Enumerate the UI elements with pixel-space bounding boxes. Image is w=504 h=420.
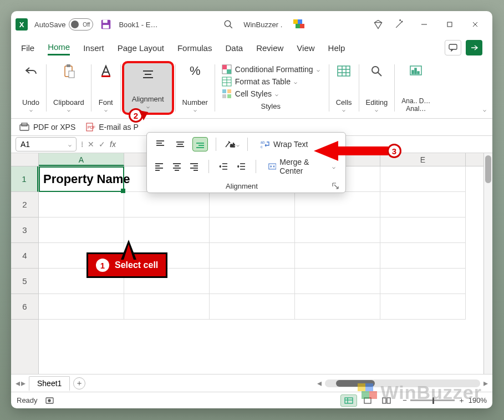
group-undo[interactable]: Undo ⌵ [17,61,45,115]
sheet-tabs: ◂▸ Sheet1 ＋ ◂ ▸ [11,374,492,392]
diamond-icon[interactable] [373,19,384,30]
tab-file[interactable]: File [21,41,34,55]
svg-rect-46 [418,72,419,74]
tab-page-layout[interactable]: Page Layout [118,41,164,55]
fill-handle[interactable] [121,189,125,193]
sheet-tab-1[interactable]: Sheet1 [29,376,70,391]
select-all-corner[interactable] [11,153,39,166]
hscroll-left-icon[interactable]: ◂ [317,378,322,388]
vertical-scrollbar[interactable] [483,166,492,374]
group-alignment[interactable]: Alignment ⌵ [122,61,174,115]
tab-review[interactable]: Review [256,41,283,55]
align-bottom-button[interactable] [192,137,208,151]
chevron-down-icon[interactable]: ⌵ [68,141,72,148]
autosave-toggle[interactable]: AutoSave Off [34,18,93,31]
share-button[interactable] [466,40,482,55]
formula-accept-icon[interactable]: ✓ [99,140,105,149]
svg-text:c: c [261,145,263,149]
group-clipboard[interactable]: Clipboard ⌵ [48,61,90,115]
row-header-1[interactable]: 1 [11,166,38,192]
title-bar: X AutoSave Off Book1 - E… WinBuzzer . [11,11,492,38]
maximize-button[interactable] [437,13,462,36]
status-bar: Ready − ＋ 190% [11,392,492,408]
align-top-button[interactable] [152,137,168,151]
tab-formulas[interactable]: Formulas [177,41,212,55]
minimize-button[interactable] [411,13,437,36]
ribbon-tabs: File Home Insert Page Layout Formulas Da… [11,38,492,58]
active-cell[interactable]: Property Name [39,166,124,192]
svg-rect-33 [227,89,231,93]
svg-rect-8 [300,24,304,28]
page-break-view-button[interactable] [378,394,395,407]
group-font[interactable]: Font ⌵ [93,61,119,115]
wrap-text-button[interactable]: abc Wrap Text [256,138,313,150]
conditional-formatting-button[interactable]: Conditional Formatting⌵ [220,63,322,75]
tab-home[interactable]: Home [48,40,70,55]
search-icon[interactable] [223,19,233,29]
group-editing[interactable]: Editing ⌵ [360,61,394,115]
svg-text:ab: ab [261,140,265,144]
tab-insert[interactable]: Insert [83,41,104,55]
svg-rect-32 [222,89,226,93]
ribbon-expand-button[interactable]: ⌵ [479,104,490,115]
wand-icon[interactable] [394,19,405,30]
svg-rect-20 [69,71,74,78]
align-middle-button[interactable] [172,137,188,151]
row-header-3[interactable]: 3 [11,217,38,243]
align-right-button[interactable] [188,159,201,174]
dialog-launcher-icon[interactable] [331,181,340,190]
close-button[interactable] [462,13,488,36]
format-as-table-button[interactable]: Format as Table⌵ [220,75,299,88]
row-header-4[interactable]: 4 [11,243,38,269]
svg-rect-2 [103,25,109,28]
decrease-indent-button[interactable] [217,159,230,174]
row-header-6[interactable]: 6 [11,294,38,320]
svg-rect-89 [268,164,276,169]
zoom-percent[interactable]: 190% [469,396,487,404]
tab-data[interactable]: Data [225,41,243,55]
zoom-out-icon[interactable]: − [403,396,407,404]
macro-recording-icon[interactable] [45,396,55,405]
orientation-button[interactable]: ab⌵ [224,137,240,151]
comments-button[interactable] [445,40,461,55]
row-header-2[interactable]: 2 [11,192,38,217]
col-header-a[interactable]: A [39,153,124,166]
name-box[interactable]: A1 ⌵ [16,137,77,151]
formula-dropdown-icon[interactable]: ⁞ [81,140,83,149]
email-button[interactable]: PDF E-mail as P [85,122,139,132]
chevron-down-icon: ⌵ [375,107,378,113]
ribbon: Undo ⌵ Clipboard ⌵ Font ⌵ Alignment ⌵ % … [11,58,492,119]
tab-help[interactable]: Help [328,41,345,55]
svg-point-52 [48,399,50,402]
align-center-button[interactable] [170,159,184,174]
formula-controls: ⁞ ✕ ✓ fx [81,140,116,149]
group-cells[interactable]: Cells ⌵ [330,61,358,115]
formula-cancel-icon[interactable]: ✕ [88,140,94,149]
sheet-nav[interactable]: ◂▸ [16,378,26,388]
normal-view-button[interactable] [340,394,357,407]
increase-indent-button[interactable] [235,159,248,174]
page-layout-view-button[interactable] [359,394,376,407]
pdf-export-button[interactable]: PDF or XPS [19,122,75,132]
svg-rect-7 [296,24,300,28]
toggle-switch[interactable]: Off [69,18,93,31]
hscroll-right-icon[interactable]: ▸ [483,378,488,388]
step-1-badge: 1 [96,259,109,272]
tab-view[interactable]: View [297,41,314,55]
group-number[interactable]: % Number ⌵ [177,61,213,115]
title-extra-icons [373,19,405,30]
svg-text:ab: ab [230,143,235,148]
row-header-5[interactable]: 5 [11,269,38,294]
zoom-in-icon[interactable]: ＋ [458,396,465,406]
cell-styles-button[interactable]: Cell Styles⌵ [220,88,281,100]
align-left-button[interactable] [152,159,166,174]
group-analyze[interactable]: Ana.. D… Anal… [396,61,436,115]
add-sheet-button[interactable]: ＋ [73,377,85,389]
horizontal-scrollbar[interactable] [325,379,480,387]
zoom-control[interactable]: − ＋ 190% [403,396,487,406]
title-center-text: WinBuzzer . [243,21,282,29]
svg-rect-27 [227,69,231,74]
annotation-step-2: 2 [129,108,143,123]
save-icon[interactable] [100,18,112,31]
fx-icon[interactable]: fx [110,140,116,149]
